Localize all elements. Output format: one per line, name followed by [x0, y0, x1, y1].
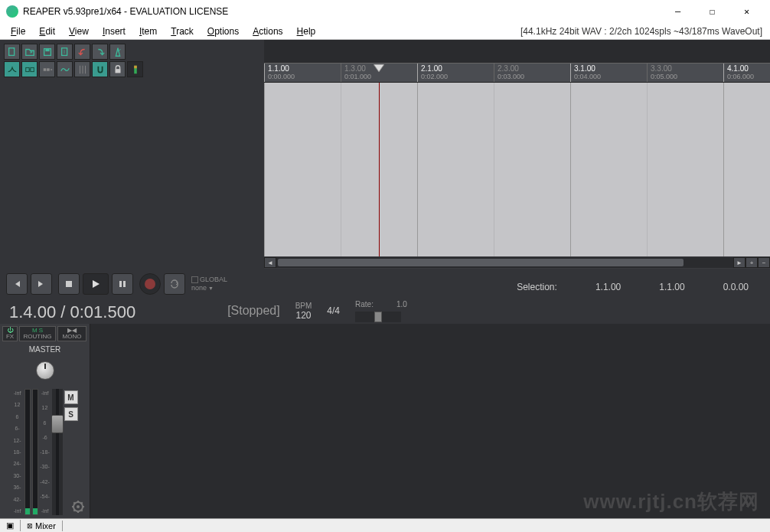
svg-rect-8	[30, 67, 33, 71]
meter-left	[24, 389, 31, 515]
docker-tabs: ▣ ⊠Mixer	[0, 518, 770, 532]
pause-button[interactable]	[112, 273, 133, 295]
menu-edit[interactable]: Edit	[33, 24, 61, 38]
maximize-button[interactable]: ☐	[695, 1, 729, 22]
selection-end[interactable]: 1.1.00	[659, 282, 684, 292]
item-grouping-button[interactable]	[21, 61, 38, 77]
audio-device-info: [44.1kHz 24bit WAV : 2/2ch 1024spls ~43/…	[520, 26, 765, 37]
app-logo-icon	[6, 5, 18, 18]
scroll-right-button[interactable]: ►	[733, 257, 746, 268]
ruler-mark: 1.1.000:00.000	[264, 64, 298, 82]
scroll-thumb[interactable]	[278, 259, 684, 266]
menu-view[interactable]: View	[63, 24, 95, 38]
track-area[interactable]	[264, 83, 770, 256]
meter-scale-left: -inf1266-12-18-24-30-36-42--inf	[12, 389, 23, 515]
playrate-slider[interactable]	[355, 312, 401, 322]
ripple-edit-button[interactable]	[39, 61, 55, 77]
ruler-mark: 4.1.000:06.000	[723, 64, 757, 82]
toolbar-panel: * i	[0, 40, 264, 269]
svg-text:*: *	[12, 47, 15, 51]
master-mono-button[interactable]: ▶◀MONO	[57, 326, 86, 341]
dock-toggle-button[interactable]: ▣	[0, 520, 21, 531]
svg-rect-3	[45, 48, 49, 51]
goto-start-button[interactable]	[6, 273, 28, 295]
close-tab-icon[interactable]: ⊠	[27, 522, 33, 530]
scroll-left-button[interactable]: ◄	[264, 257, 276, 268]
ruler-mark: 1.3.000:01.000	[341, 64, 374, 82]
auto-crossfade-button[interactable]	[4, 61, 20, 77]
menu-insert[interactable]: Insert	[96, 24, 132, 38]
repeat-button[interactable]	[164, 273, 185, 295]
automation-mode[interactable]: GLOBAL none▼	[191, 276, 227, 292]
close-button[interactable]: ✕	[729, 1, 764, 22]
undo-button[interactable]	[74, 44, 90, 60]
zoom-in-button[interactable]: +	[746, 257, 758, 268]
timeline-ruler[interactable]: 1.1.000:00.0001.3.000:01.0002.1.000:02.0…	[264, 63, 770, 83]
svg-rect-12	[115, 69, 120, 73]
new-project-button[interactable]: *	[4, 44, 20, 60]
svg-rect-16	[119, 281, 122, 287]
master-pan-knob[interactable]	[36, 361, 54, 380]
svg-rect-14	[134, 65, 137, 68]
meter-scale-right: -inf126-6-18--30--42--54--inf	[40, 389, 51, 515]
time-signature[interactable]: 4/4	[327, 305, 340, 316]
master-fader[interactable]	[52, 389, 63, 515]
menu-track[interactable]: Track	[165, 24, 200, 38]
grid-lines-button[interactable]	[74, 61, 90, 77]
mixer-tab[interactable]: ⊠Mixer	[21, 521, 63, 531]
menu-file[interactable]: File	[5, 24, 31, 38]
menu-help[interactable]: Help	[291, 24, 322, 38]
svg-rect-17	[123, 281, 126, 287]
master-solo-button[interactable]: S	[64, 407, 78, 421]
selection-label: Selection:	[517, 282, 557, 292]
playrate[interactable]: Rate:1.0	[355, 300, 407, 322]
time-display[interactable]: 1.4.00 / 0:01.500	[9, 302, 135, 322]
minimize-button[interactable]: —	[661, 1, 695, 22]
transport-status: [Stopped]	[227, 304, 280, 318]
playhead-marker-icon[interactable]	[374, 64, 384, 71]
meter-right	[32, 389, 38, 515]
svg-rect-11	[47, 68, 50, 71]
master-mute-button[interactable]: M	[64, 390, 78, 404]
horizontal-scrollbar[interactable]: ◄ ► + −	[264, 256, 770, 269]
master-track-strip: ⏻FX M SROUTING ▶◀MONO MASTER -inf1266-12…	[0, 324, 90, 518]
record-button[interactable]	[139, 273, 161, 295]
window-title: REAPER v5.93pre1/x64 - EVALUATION LICENS…	[23, 6, 661, 17]
play-button[interactable]	[83, 273, 109, 295]
transport-bar: GLOBAL none▼ Selection: 1.1.00 1.1.00 0.…	[0, 269, 770, 324]
open-project-button[interactable]	[21, 44, 38, 60]
svg-rect-10	[43, 68, 46, 71]
menubar: FileEditViewInsertItemTrackOptionsAction…	[0, 23, 770, 40]
goto-end-button[interactable]	[31, 273, 52, 295]
redo-button[interactable]	[92, 44, 108, 60]
arrange-view: 1.1.000:00.0001.3.000:01.0002.1.000:02.0…	[264, 40, 770, 269]
selection-start[interactable]: 1.1.00	[595, 282, 621, 292]
ruler-mark: 3.1.000:04.000	[570, 64, 604, 82]
svg-point-19	[77, 505, 80, 508]
project-settings-button[interactable]: i	[57, 44, 73, 60]
master-fx-button[interactable]: ⏻FX	[2, 326, 18, 341]
ruler-mark: 3.3.000:05.000	[647, 64, 680, 82]
master-routing-button[interactable]: M SROUTING	[19, 326, 56, 341]
menu-options[interactable]: Options	[201, 24, 245, 38]
fader-cap[interactable]	[51, 415, 64, 433]
save-project-button[interactable]	[39, 44, 55, 60]
stop-button[interactable]	[58, 273, 80, 295]
play-cursor	[379, 83, 380, 256]
gear-icon[interactable]	[71, 500, 85, 514]
menu-actions[interactable]: Actions	[246, 24, 289, 38]
titlebar: REAPER v5.93pre1/x64 - EVALUATION LICENS…	[0, 0, 770, 23]
lock-button[interactable]	[109, 61, 126, 77]
watermark-text: www.rjtj.cn软荐网	[583, 488, 759, 515]
snap-button[interactable]	[92, 61, 108, 77]
ruler-mark: 2.1.000:02.000	[417, 64, 451, 82]
selection-length[interactable]: 0.0.00	[723, 282, 749, 292]
metronome-button[interactable]	[109, 44, 126, 60]
svg-rect-15	[66, 281, 72, 287]
item-mix-button[interactable]	[127, 61, 143, 77]
bpm-display[interactable]: BPM120	[295, 302, 312, 321]
envelope-move-button[interactable]	[57, 61, 73, 77]
svg-rect-7	[25, 67, 28, 71]
zoom-out-button[interactable]: −	[758, 257, 770, 268]
menu-item[interactable]: Item	[133, 24, 163, 38]
